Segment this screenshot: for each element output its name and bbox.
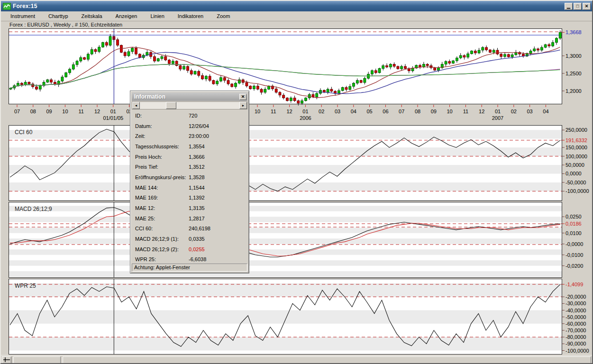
month-label: 02 [319, 109, 324, 114]
axis-label: -0,0000 [566, 241, 583, 247]
scrollbar-thumb[interactable] [166, 102, 176, 109]
month-label: 11 [463, 109, 468, 114]
info-label: MAE 25: [132, 216, 188, 221]
info-row: Tagesschlusspreis:1,3554 [132, 141, 247, 152]
info-label: Datum: [132, 123, 188, 129]
info-label: MAE 169: [132, 195, 188, 200]
year-label: 2007 [492, 115, 503, 121]
axis-label: 1,2000 [566, 88, 582, 94]
status-cell-left [13, 356, 61, 364]
cci-panel[interactable]: CCI 60250,0000150,0000100,000050,00000,0… [9, 125, 590, 201]
band-stripe [9, 238, 562, 244]
plot-background [9, 28, 562, 104]
axis-label: -90,0000 [566, 341, 586, 346]
current-value-label: 0,0186 [566, 221, 582, 227]
info-row: ID:720 [132, 110, 247, 121]
information-title: Information [134, 93, 165, 100]
axis-label: -50,0000 [566, 314, 586, 320]
panel-title: WPR 25 [15, 282, 36, 289]
popup-close-button[interactable]: ✕ [239, 94, 246, 100]
month-label: 01 [495, 109, 501, 114]
menu-item-instrument[interactable]: Instrument [4, 12, 42, 20]
close-button[interactable]: ✕ [583, 3, 591, 10]
month-label: 03 [335, 109, 340, 114]
axis-label: -0,0100 [566, 252, 583, 258]
info-row: Zeit:23:00:00 [132, 131, 247, 141]
axis-label: -0,0200 [566, 263, 583, 269]
info-value: 240,6198 [188, 226, 210, 231]
month-label: 11 [271, 109, 276, 114]
info-row: Preis Tief:1,3512 [132, 162, 247, 172]
wpr-panel[interactable]: WPR 25-20,0000-30,0000-40,0000-50,0000-6… [9, 279, 590, 355]
axis-label: -100,0000 [566, 188, 589, 194]
month-label: 04 [351, 109, 356, 114]
panel-title: CCI 60 [15, 129, 33, 136]
scroll-right-button[interactable]: ► [239, 102, 247, 109]
info-label: MAE 12: [132, 205, 188, 211]
axis-label: -60,0000 [566, 321, 586, 327]
band-stripe [9, 310, 562, 324]
axis-label: 0,0100 [566, 230, 582, 236]
info-value: -6,6038 [188, 256, 206, 262]
band-stripe [9, 337, 562, 350]
macd-panel[interactable]: MACD 26;12;90,02500,0100-0,0000-0,0100-0… [9, 202, 590, 278]
status-cell-main [63, 356, 591, 364]
info-value: 23:00:00 [188, 133, 209, 139]
title-bar[interactable]: Forex:15 ▁ □ ✕ [1, 1, 592, 11]
band-stripe [9, 228, 562, 233]
axis-label: 0,0250 [566, 214, 582, 219]
information-window[interactable]: Information ✕ ◄ ► ID:720Datum:12/26/04Ze… [130, 91, 249, 273]
information-scrollbar[interactable]: ◄ ► [132, 101, 247, 109]
menu-item-indikatoren[interactable]: Indikatoren [171, 12, 210, 20]
month-label: 10 [447, 109, 452, 114]
axis-label: -30,0000 [566, 300, 586, 306]
month-label: 10 [62, 109, 68, 114]
info-label: ID: [132, 113, 188, 118]
app-icon [3, 3, 11, 10]
month-label: 11 [78, 109, 83, 114]
information-titlebar[interactable]: Information ✕ [132, 92, 247, 101]
menu-item-zoom[interactable]: Zoom [210, 12, 237, 20]
chart-info-line: Forex : EURUSD , Weekly , # 150, Echtzei… [9, 22, 122, 27]
axis-label: 0,0000 [566, 171, 582, 176]
menu-item-anzeigen[interactable]: Anzeigen [109, 12, 144, 20]
info-row: MACD 26;12;9 (2):0,0255 [132, 244, 247, 255]
month-label: 04 [543, 109, 548, 114]
minimize-button[interactable]: ▁ [565, 3, 573, 10]
info-value: 720 [188, 113, 197, 118]
maximize-button[interactable]: □ [574, 3, 582, 10]
info-row: CCI 60:240,6198 [132, 224, 247, 234]
info-label: Eröffnungskurs/-preis: [132, 174, 188, 180]
month-label: 12 [286, 109, 292, 114]
scroll-left-button[interactable]: ◄ [132, 102, 140, 109]
menu-bar: InstrumentCharttypZeitskalaAnzeigenLinie… [1, 11, 592, 21]
info-label: CCI 60: [132, 226, 188, 231]
axis-label: 1,2500 [566, 71, 582, 76]
band-stripe [9, 147, 562, 156]
info-row: Datum:12/26/04 [132, 121, 247, 131]
status-bar [1, 355, 592, 364]
applet-warning: Achtung: Applet-Fenster [132, 264, 247, 272]
band-stripe [9, 260, 562, 265]
month-label: 08 [415, 109, 420, 114]
month-label: 01 [302, 109, 308, 114]
year-label: 2006 [300, 115, 311, 121]
current-value-label: 1,3668 [566, 29, 582, 35]
axis-label: -20,0000 [566, 294, 586, 300]
menu-item-zeitskala[interactable]: Zeitskala [75, 12, 109, 20]
axis-label: -50,0000 [566, 180, 586, 185]
price-chart[interactable]: 1,30001,25001,20001,36680708091011120101… [9, 28, 590, 124]
info-label: MACD 26;12;9 (1): [132, 236, 188, 242]
band-stripe [9, 206, 562, 211]
menu-item-charttyp[interactable]: Charttyp [42, 12, 75, 20]
month-label: 01 [110, 109, 116, 114]
crosshair-tool-button[interactable] [2, 356, 11, 364]
month-label: 07 [14, 109, 20, 114]
info-value: 1,3666 [188, 154, 205, 160]
menu-item-linien[interactable]: Linien [144, 12, 171, 20]
info-value: 12/26/04 [188, 123, 209, 129]
scrollbar-track[interactable] [140, 102, 239, 109]
axis-label: -40,0000 [566, 308, 586, 313]
window-title: Forex:15 [13, 3, 37, 9]
month-label: 06 [383, 109, 388, 114]
